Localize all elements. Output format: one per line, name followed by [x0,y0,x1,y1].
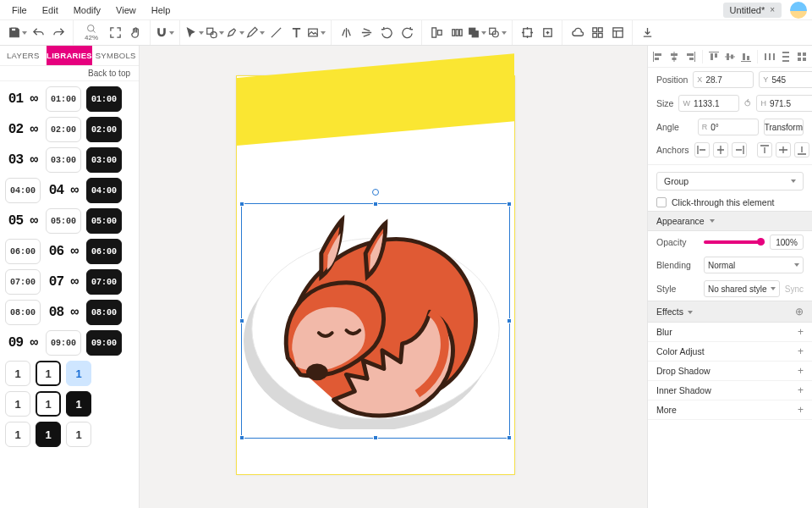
add-effect-icon[interactable]: ⊕ [795,306,804,318]
resize-handle[interactable] [373,435,378,440]
rotate-cw-icon[interactable] [398,24,416,42]
effect-drop-shadow[interactable]: Drop Shadow+ [648,362,812,381]
library-item[interactable]: 03:00 [86,147,122,173]
library-item[interactable]: 09:00 [46,330,81,356]
element-type-select[interactable]: Group [656,172,804,190]
align-vcenter-icon[interactable] [723,49,738,64]
anchor-vcenter-icon[interactable] [776,142,791,157]
library-item[interactable]: 01:00 [86,86,122,112]
library-item[interactable]: 08:00 [86,300,122,325]
text-icon[interactable] [287,24,305,42]
document-tab[interactable]: Untitled* × [723,3,782,18]
align-left-icon[interactable] [651,49,666,64]
library-item[interactable]: 02 ∞ [5,117,41,142]
opacity-slider[interactable] [704,240,765,244]
anchor-left-icon[interactable] [694,142,710,157]
effect-inner-shadow[interactable]: Inner Shadow+ [648,381,812,400]
resize-handle[interactable] [507,318,512,323]
library-item[interactable]: 1 [66,391,91,417]
library-item[interactable]: 02:00 [86,117,122,142]
library-item[interactable]: 1 [5,361,30,386]
library-item[interactable]: 1 [36,422,61,447]
menu-help[interactable]: Help [145,2,178,19]
tab-layers[interactable]: LAYERS [0,46,47,65]
image-icon[interactable] [307,24,326,42]
library-item[interactable]: 01 ∞ [5,86,41,112]
cloud-icon[interactable] [568,24,586,42]
menu-view[interactable]: View [109,2,143,19]
distribute-icon[interactable] [447,24,466,42]
library-item[interactable]: 07:00 [86,269,122,295]
size-w-field[interactable]: W1133.1 [678,95,739,112]
tab-symbols[interactable]: SYMBOLS [92,46,139,65]
appearance-section-header[interactable]: Appearance [648,211,812,231]
opacity-value-field[interactable]: 100% [770,235,804,250]
transform-button[interactable]: Transform [764,119,804,135]
link-size-icon[interactable]: ⥀ [744,95,751,112]
avatar[interactable] [790,2,807,19]
library-item[interactable]: 02:00 [46,117,81,142]
tab-libraries[interactable]: LIBRARIES [47,46,93,65]
library-item[interactable]: 05 ∞ [5,208,41,234]
library-item[interactable]: 09:00 [86,330,122,356]
library-item[interactable]: 07 ∞ [46,269,81,295]
align-group-icon[interactable] [427,24,446,42]
library-item[interactable]: 1 [5,391,30,417]
close-icon[interactable]: × [770,5,775,14]
library-item[interactable]: 04:00 [5,178,41,203]
yellow-band-shape[interactable] [237,53,514,146]
library-item[interactable]: 05:00 [86,208,122,234]
anchor-bottom-icon[interactable] [794,142,809,157]
library-item[interactable]: 1 [66,422,91,447]
library-item[interactable]: 06 ∞ [46,239,81,264]
hand-icon[interactable] [126,24,145,42]
align-bottom-icon[interactable] [738,49,753,64]
library-item[interactable]: 1 [66,361,91,386]
distribute-v-icon[interactable] [778,49,793,64]
library-item[interactable]: 04 ∞ [46,178,81,203]
resize-handle[interactable] [239,318,244,323]
effect-more[interactable]: More+ [648,400,812,420]
pen-icon[interactable] [226,24,244,42]
menu-edit[interactable]: Edit [36,2,65,19]
rotate-ccw-icon[interactable] [377,24,396,42]
library-item[interactable]: 01:00 [46,86,81,112]
sync-button[interactable]: Sync [785,284,804,294]
position-x-field[interactable]: X28.7 [693,71,754,88]
redo-icon[interactable] [49,24,68,42]
boolean-icon[interactable] [468,24,486,42]
resize-handle[interactable] [239,202,244,207]
library-item[interactable]: 03 ∞ [5,147,41,173]
position-y-field[interactable]: Y545 [759,71,812,88]
anchor-top-icon[interactable] [757,142,772,157]
undo-icon[interactable] [29,24,47,42]
resize-handle[interactable] [239,435,244,440]
zoom-indicator[interactable]: 42% [79,24,104,41]
align-top-icon[interactable] [707,49,721,64]
library-item[interactable]: 1 [36,361,61,386]
mask-icon[interactable] [488,24,507,42]
rotate-handle[interactable] [372,189,379,196]
flip-v-icon[interactable] [357,24,376,42]
library-item[interactable]: 07:00 [5,269,41,295]
align-hcenter-icon[interactable] [667,49,682,64]
anchor-hcenter-icon[interactable] [713,142,728,157]
component-insert-icon[interactable] [538,24,557,42]
line-icon[interactable] [266,24,285,42]
library-item[interactable]: 1 [36,391,61,417]
size-h-field[interactable]: H971.5 [756,95,812,112]
resize-handle[interactable] [373,202,378,207]
library-item[interactable]: 08:00 [5,300,41,325]
pointer-icon[interactable] [185,24,204,42]
fit-screen-icon[interactable] [106,24,124,42]
menu-file[interactable]: File [5,2,34,19]
save-icon[interactable] [8,24,27,42]
effect-color-adjust[interactable]: Color Adjust+ [648,342,812,362]
component-create-icon[interactable] [518,24,536,42]
library-item[interactable]: 09 ∞ [5,330,41,356]
style-select[interactable]: No shared style [704,280,780,297]
library-item[interactable]: 05:00 [46,208,81,234]
angle-field[interactable]: R0° [698,119,759,135]
library-item[interactable]: 08 ∞ [46,300,81,325]
library-item[interactable]: 04:00 [86,178,122,203]
